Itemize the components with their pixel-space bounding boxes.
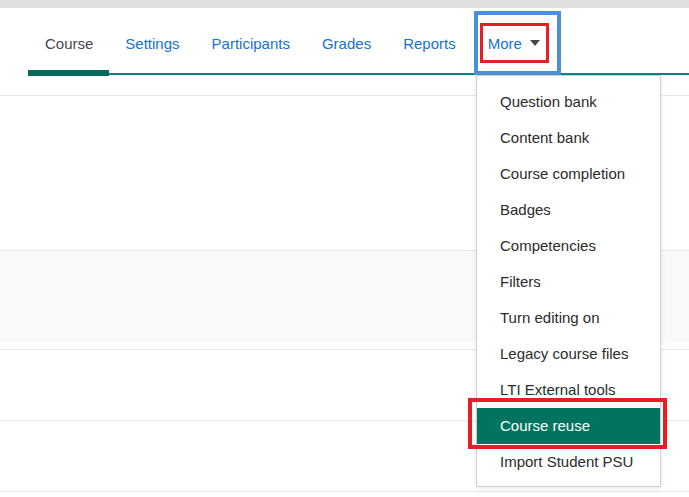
header-bottom-edge [0,0,689,8]
menu-item-legacy-course-files[interactable]: Legacy course files [477,336,660,372]
tab-reports[interactable]: Reports [387,30,472,56]
menu-item-filters[interactable]: Filters [477,264,660,300]
menu-item-content-bank[interactable]: Content bank [477,120,660,156]
tab-label: Course [45,35,93,52]
menu-item-question-bank[interactable]: Question bank [477,84,660,120]
caret-down-icon [530,40,540,46]
menu-item-import-student-psu[interactable]: Import Student PSU [477,444,660,480]
course-nav-tabs: CourseSettingsParticipantsGradesReportsM… [29,30,556,56]
page-divider-line [0,491,689,492]
tab-settings[interactable]: Settings [109,30,195,56]
tab-more[interactable]: More [472,30,556,56]
tab-course[interactable]: Course [29,30,109,56]
menu-item-course-completion[interactable]: Course completion [477,156,660,192]
moodle-course-page: CourseSettingsParticipantsGradesReportsM… [0,0,689,497]
more-dropdown-menu: Question bankContent bankCourse completi… [476,75,661,487]
tab-label: Participants [212,35,290,52]
active-tab-indicator [28,70,109,76]
tab-label: Settings [125,35,179,52]
tab-participants[interactable]: Participants [196,30,306,56]
menu-item-course-reuse[interactable]: Course reuse [477,408,660,444]
tab-label: Grades [322,35,371,52]
tab-grades[interactable]: Grades [306,30,387,56]
menu-item-badges[interactable]: Badges [477,192,660,228]
tab-label: Reports [403,35,456,52]
menu-item-competencies[interactable]: Competencies [477,228,660,264]
tab-label: More [488,35,522,52]
menu-item-turn-editing-on[interactable]: Turn editing on [477,300,660,336]
menu-item-lti-external-tools[interactable]: LTI External tools [477,372,660,408]
